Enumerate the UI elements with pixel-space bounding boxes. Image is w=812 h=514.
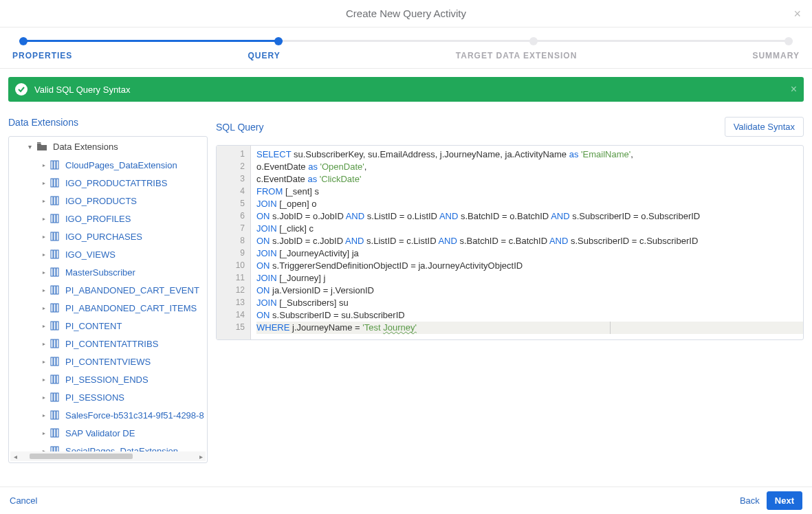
svg-rect-8 xyxy=(56,197,58,205)
banner-close-icon[interactable]: × xyxy=(791,83,797,96)
data-extension-icon xyxy=(50,321,61,331)
chevron-right-icon[interactable]: ▾ xyxy=(41,232,47,241)
tree-item[interactable]: ▾PI_ABANDONED_CART_ITEMS xyxy=(9,299,207,317)
chevron-right-icon[interactable]: ▾ xyxy=(41,357,47,366)
svg-rect-49 xyxy=(54,447,56,451)
scroll-left-icon[interactable]: ◂ xyxy=(10,453,20,460)
close-icon[interactable]: × xyxy=(793,7,801,21)
line-number-gutter: 123456789101112131415 xyxy=(217,146,251,339)
tree-item[interactable]: ▾SalesForce-b531c314-9f51-4298-8 xyxy=(9,406,207,424)
svg-rect-12 xyxy=(51,232,53,241)
svg-rect-0 xyxy=(51,161,53,169)
step-label-properties[interactable]: PROPERTIES xyxy=(12,51,72,60)
tree-item[interactable]: ▾IGO_PROFILES xyxy=(9,210,207,227)
chevron-right-icon[interactable]: ▾ xyxy=(41,411,47,419)
line-number: 4 xyxy=(219,186,245,198)
svg-rect-37 xyxy=(54,375,56,383)
tree-root[interactable]: ▾ Data Extensions xyxy=(9,137,207,156)
chevron-down-icon[interactable]: ▾ xyxy=(24,143,35,150)
step-dot-properties[interactable] xyxy=(19,37,28,45)
tree-item[interactable]: ▾CloudPages_DataExtension xyxy=(9,156,207,174)
sql-query-heading: SQL Query xyxy=(216,122,264,133)
scroll-thumb[interactable] xyxy=(30,454,133,459)
tree-item[interactable]: ▾SAP Validator DE xyxy=(9,424,207,442)
step-dot-target xyxy=(529,37,538,45)
data-extension-icon xyxy=(50,160,61,170)
tree-item[interactable]: ▾IGO_VIEWS xyxy=(9,245,207,263)
tree-item-label: SocialPages_DataExtension xyxy=(65,446,178,452)
line-number: 9 xyxy=(219,247,245,260)
cancel-button[interactable]: Cancel xyxy=(10,495,37,506)
svg-rect-4 xyxy=(54,179,56,187)
chevron-right-icon[interactable]: ▾ xyxy=(41,339,47,348)
tree-item[interactable]: ▾IGO_PRODUCTS xyxy=(9,192,207,210)
tree-item[interactable]: ▾IGO_PRODUCTATTRIBS xyxy=(9,174,207,192)
tree-item[interactable]: ▾PI_CONTENTVIEWS xyxy=(9,353,207,370)
step-dot-query[interactable] xyxy=(274,37,283,45)
chevron-right-icon[interactable]: ▾ xyxy=(41,304,47,312)
tree-item[interactable]: ▾PI_CONTENTATTRIBS xyxy=(9,335,207,353)
next-button[interactable]: Next xyxy=(767,491,802,510)
line-number: 11 xyxy=(219,272,245,284)
line-number: 8 xyxy=(219,235,245,247)
tree-item[interactable]: ▾IGO_PURCHASES xyxy=(9,227,207,245)
line-number: 7 xyxy=(219,223,245,235)
scroll-track[interactable] xyxy=(20,454,196,459)
svg-rect-38 xyxy=(56,375,58,383)
dialog-footer: Cancel Back Next xyxy=(0,487,812,514)
sql-editor[interactable]: 123456789101112131415 SELECT su.Subscrib… xyxy=(216,145,804,340)
chevron-right-icon[interactable]: ▾ xyxy=(41,179,47,187)
svg-rect-43 xyxy=(54,411,56,419)
chevron-right-icon[interactable]: ▾ xyxy=(41,375,47,383)
dialog-header: Create New Query Activity × xyxy=(0,0,812,27)
chevron-right-icon[interactable]: ▾ xyxy=(41,214,47,223)
scroll-right-icon[interactable]: ▸ xyxy=(196,453,206,460)
chevron-right-icon[interactable]: ▾ xyxy=(41,429,47,437)
tree-item[interactable]: ▾PI_CONTENT xyxy=(9,317,207,335)
data-extension-icon xyxy=(50,303,61,313)
tree-root-label: Data Extensions xyxy=(53,142,118,152)
step-label-query[interactable]: QUERY xyxy=(248,51,280,60)
svg-rect-41 xyxy=(56,393,58,401)
svg-rect-24 xyxy=(51,304,53,312)
svg-rect-16 xyxy=(54,250,56,258)
horizontal-scrollbar[interactable]: ◂ ▸ xyxy=(10,451,206,461)
svg-rect-46 xyxy=(54,429,56,437)
chevron-right-icon[interactable]: ▾ xyxy=(41,447,47,451)
chevron-right-icon[interactable]: ▾ xyxy=(41,393,47,401)
folder-icon xyxy=(36,142,49,151)
tree-item[interactable]: ▾PI_ABANDONED_CART_EVENT xyxy=(9,281,207,299)
chevron-right-icon[interactable]: ▾ xyxy=(41,322,47,330)
chevron-right-icon[interactable]: ▾ xyxy=(41,197,47,205)
chevron-right-icon[interactable]: ▾ xyxy=(41,250,47,258)
svg-rect-2 xyxy=(56,161,58,169)
validate-syntax-button[interactable]: Validate Syntax xyxy=(725,117,804,137)
svg-rect-14 xyxy=(56,232,58,241)
data-extension-icon xyxy=(50,232,61,241)
data-extension-icon xyxy=(50,178,61,188)
tree-item[interactable]: ▾MasterSubscriber xyxy=(9,263,207,281)
tree-item[interactable]: ▾PI_SESSION_ENDS xyxy=(9,370,207,388)
data-extension-icon xyxy=(50,392,61,402)
svg-rect-23 xyxy=(56,286,58,294)
tree-item-label: PI_CONTENTATTRIBS xyxy=(65,339,158,349)
wizard-labels: PROPERTIES QUERY TARGET DATA EXTENSION S… xyxy=(12,51,800,60)
back-button[interactable]: Back xyxy=(740,495,760,506)
line-number: 13 xyxy=(219,297,245,309)
tree-item[interactable]: ▾SocialPages_DataExtension xyxy=(9,442,207,451)
tree-item-label: IGO_VIEWS xyxy=(65,249,116,260)
data-extension-icon xyxy=(50,339,61,348)
chevron-right-icon[interactable]: ▾ xyxy=(41,268,47,276)
line-number: 12 xyxy=(219,284,245,297)
data-extension-icon xyxy=(50,267,61,277)
step-label-summary: SUMMARY xyxy=(752,51,800,60)
svg-rect-26 xyxy=(56,304,58,312)
svg-rect-17 xyxy=(56,250,58,258)
data-extension-icon xyxy=(50,214,61,223)
tree-item[interactable]: ▾PI_SESSIONS xyxy=(9,388,207,406)
tree-item-label: PI_SESSIONS xyxy=(65,392,124,403)
code-area[interactable]: SELECT su.SubscriberKey, su.EmailAddress… xyxy=(251,146,803,339)
data-extensions-tree: ▾ Data Extensions ▾CloudPages_DataExtens… xyxy=(8,136,208,463)
chevron-right-icon[interactable]: ▾ xyxy=(41,161,47,169)
chevron-right-icon[interactable]: ▾ xyxy=(41,286,47,294)
